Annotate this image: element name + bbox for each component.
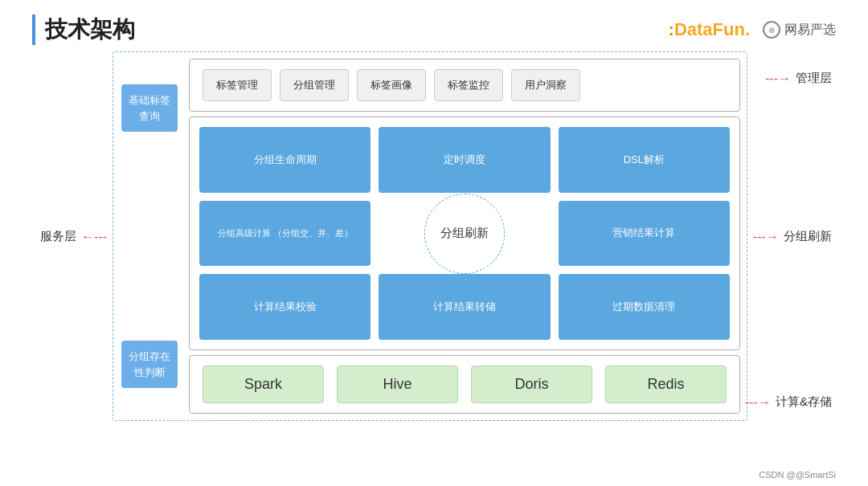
footer: CSDN @@SmartSi [759,470,836,480]
wangyi-icon: ⊕ [763,21,780,39]
compute-doris: Doris [471,366,592,403]
middle-section: 分组生命周期定时调度DSL解析分组高级计算 （分组交、并、差）营销结果计算计算结… [189,116,740,350]
mgmt-item-4: 用户洞察 [511,69,580,101]
compute-spark: Spark [203,366,324,403]
mgmt-item-2: 标签画像 [357,69,426,101]
mgmt-item-1: 分组管理 [280,69,349,101]
center-cell: 分组刷新 [379,127,550,340]
outer-dashed-box: 基础标签查询 分组存在性判断 标签管理 分组管理 标签画像 标签监控 用户洞察 … [113,51,747,421]
label-service: 服务层 ←--- [40,229,107,244]
mgmt-item-0: 标签管理 [203,69,272,101]
arrow-mgmt-icon: ---→ [765,71,791,86]
left-sidebar: 基础标签查询 分组存在性判断 [113,52,186,420]
datafun-logo: :DataFun. [669,19,750,40]
page-title: 技术架构 [32,14,135,45]
wangyi-logo: ⊕ 网易严选 [763,21,836,39]
wangyi-text: 网易严选 [784,22,836,39]
middle-grid: 分组生命周期定时调度DSL解析分组高级计算 （分组交、并、差）营销结果计算计算结… [199,127,730,340]
arrow-compute-icon: ---→ [745,395,771,410]
compute-hive: Hive [337,366,458,403]
compute-box: Spark Hive Doris Redis [189,355,740,414]
compute-redis: Redis [605,366,727,403]
basic-tag-query-btn[interactable]: 基础标签查询 [121,84,178,132]
arrow-left-icon: ←--- [81,229,107,243]
expired-data-clean: 过期数据清理 [559,274,730,340]
right-content: 标签管理 分组管理 标签画像 标签监控 用户洞察 分组生命周期定时调度DSL解析… [186,52,747,420]
logo-area: :DataFun. ⊕ 网易严选 [669,19,836,40]
group-exist-judge-btn[interactable]: 分组存在性判断 [121,341,178,388]
group-refresh-circle: 分组刷新 [424,194,505,274]
group-lifecycle: 分组生命周期 [199,127,371,193]
marketing-result-calc: 营销结果计算 [559,201,730,267]
label-refresh: ---→ 分组刷新 [753,229,832,244]
dsl-parse: DSL解析 [559,127,730,193]
label-mgmt: ---→ 管理层 [765,71,832,86]
mgmt-item-3: 标签监控 [434,69,503,101]
group-advanced-calc: 分组高级计算 （分组交、并、差） [199,201,371,267]
label-compute: ---→ 计算&存储 [745,394,832,410]
calc-result-verify: 计算结果校验 [199,274,371,340]
arrow-refresh-icon: ---→ [753,229,779,243]
mgmt-box: 标签管理 分组管理 标签画像 标签监控 用户洞察 [189,59,740,112]
